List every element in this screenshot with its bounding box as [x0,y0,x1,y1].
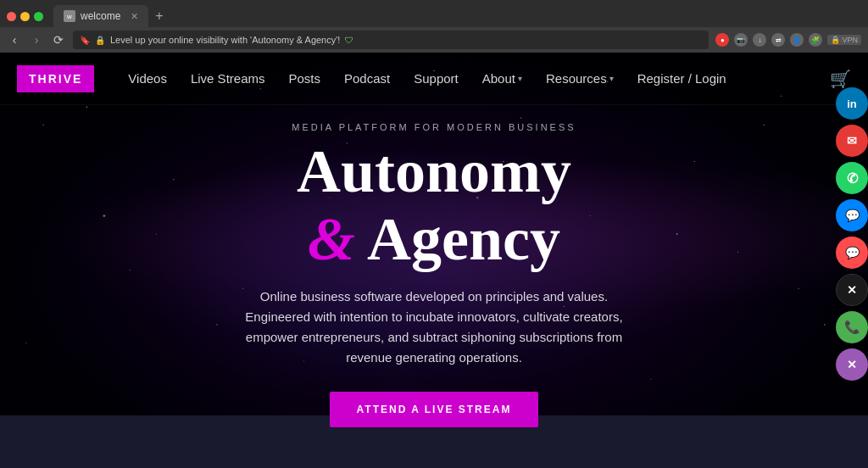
nav-item-posts[interactable]: Posts [288,71,320,86]
minimize-window-button[interactable] [20,12,30,21]
linkedin-button[interactable]: in [836,87,868,120]
nav-item-videos[interactable]: Videos [128,71,167,86]
ampersand: & [308,205,355,273]
hero-description: Online business software developed on pr… [231,287,637,368]
phone-icon: 📞 [844,320,860,335]
messenger-icon: 💬 [845,209,860,222]
tab-favicon: w [64,10,75,22]
nav-item-register[interactable]: Register / Login [637,71,726,86]
lock-icon: 🔒 [95,36,105,45]
social-close-button[interactable]: ✕ [836,348,868,381]
profile-button[interactable]: 👤 [790,33,804,47]
nav-link-resources[interactable]: Resources ▾ [546,71,614,86]
record-button[interactable]: ● [715,33,729,47]
tab-title: welcome [81,10,120,22]
maximize-window-button[interactable] [34,12,43,21]
nav-link-videos[interactable]: Videos [128,71,167,86]
nav-links: Videos Live Streams Posts Podcast Suppor… [128,71,830,86]
nav-link-about[interactable]: About ▾ [482,71,522,86]
nav-item-support[interactable]: Support [414,71,459,86]
tab-close-button[interactable]: ✕ [131,11,138,22]
cart-icon[interactable]: 🛒 [830,69,851,89]
nav-link-podcast[interactable]: Podcast [344,71,390,86]
extensions-button[interactable]: 🧩 [809,33,822,47]
vpn-label: VPN [842,36,858,44]
bookmark-icon: 🔖 [80,36,90,45]
navbar: THRIVE Videos Live Streams Posts Podcast… [0,53,868,105]
download-button[interactable]: ↓ [753,33,766,47]
hero-section: MEDIA PLATFORM FOR MODERN BUSINESS Auton… [0,105,868,436]
browser-chrome: w welcome ✕ + ‹ › ⟳ 🔖 🔒 Level up your on… [0,0,868,53]
tab-bar: w welcome ✕ + [0,0,868,27]
nav-item-podcast[interactable]: Podcast [344,71,390,86]
resources-dropdown-arrow: ▾ [609,74,614,83]
chat-icon: 💬 [845,246,860,259]
nav-link-register[interactable]: Register / Login [637,71,726,86]
nav-link-livestreams[interactable]: Live Streams [191,71,265,86]
attend-livestream-button[interactable]: ATTEND A LIVE STREAM [330,392,539,427]
nav-item-resources[interactable]: Resources ▾ [546,71,614,86]
active-tab[interactable]: w welcome ✕ [53,5,148,27]
back-button[interactable]: ‹ [7,33,22,47]
vpn-icon: 🔒 [831,36,840,44]
traffic-lights [7,12,43,21]
chat-button[interactable]: 💬 [836,237,868,269]
whatsapp-button[interactable]: ✆ [836,162,868,194]
refresh-button[interactable]: ⟳ [51,33,66,47]
nav-item-about[interactable]: About ▾ [482,71,522,86]
url-input[interactable]: 🔖 🔒 Level up your online visibility with… [73,31,709,49]
hero-title-line1: Autonomy [297,141,571,202]
close-icon: ✕ [847,358,857,371]
nav-item-livestreams[interactable]: Live Streams [191,71,265,86]
vpn-badge[interactable]: 🔒 VPN [827,35,861,45]
site-content: THRIVE Videos Live Streams Posts Podcast… [0,53,868,415]
social-sidebar: in ✉ ✆ 💬 💬 ✕ 📞 ✕ [836,87,868,381]
email-button[interactable]: ✉ [836,125,868,157]
site-logo[interactable]: THRIVE [17,65,94,92]
url-text: Level up your online visibility with 'Au… [110,35,340,45]
email-icon: ✉ [847,134,857,148]
new-tab-button[interactable]: + [152,8,166,24]
linkedin-icon: in [847,98,857,110]
hero-title-line2: & Agency [308,209,560,270]
phone-button[interactable]: 📞 [836,311,868,343]
forward-button[interactable]: › [29,33,44,47]
shield-icon: 🛡 [345,36,353,45]
about-dropdown-arrow: ▾ [518,74,522,83]
address-bar: ‹ › ⟳ 🔖 🔒 Level up your online visibilit… [0,27,868,53]
browser-actions: ● 📷 ↓ ⇄ 👤 🧩 🔒 VPN [715,33,861,47]
nav-link-posts[interactable]: Posts [288,71,320,86]
close-window-button[interactable] [7,12,16,21]
screenshot-button[interactable]: 📷 [734,33,748,47]
sync-button[interactable]: ⇄ [771,33,785,47]
whatsapp-icon: ✆ [847,170,858,187]
x-icon: ✕ [847,283,857,297]
hero-tag: MEDIA PLATFORM FOR MODERN BUSINESS [292,122,576,132]
x-button[interactable]: ✕ [836,274,868,306]
messenger-button[interactable]: 💬 [836,199,868,231]
nav-link-support[interactable]: Support [414,71,459,86]
